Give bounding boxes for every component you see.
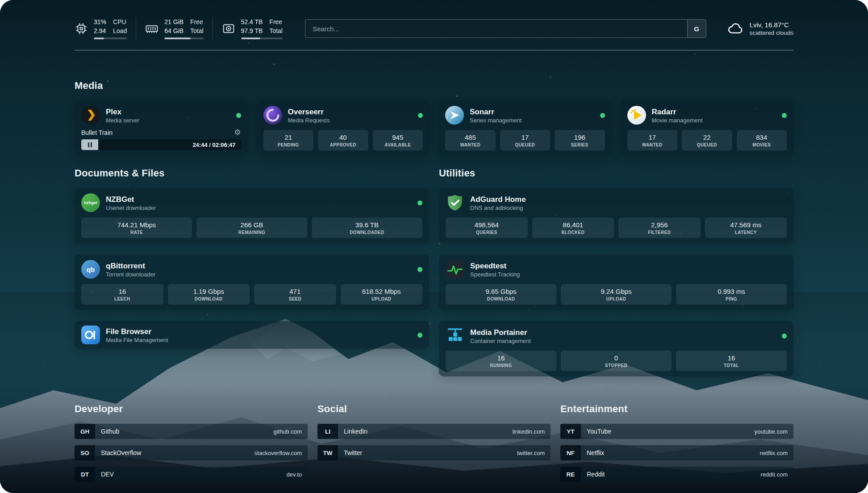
section-title-entertainment: Entertainment <box>560 403 793 415</box>
sonarr-logo-icon <box>445 106 464 125</box>
gear-icon[interactable]: ⚙ <box>234 129 241 136</box>
disk-total: 97.9 TB <box>241 27 263 36</box>
app-description: Usenet downloader <box>106 205 156 211</box>
status-dot <box>782 334 787 338</box>
status-dot <box>600 113 605 118</box>
cpu-widget: 31% 2.94 CPU Load <box>75 18 136 39</box>
stat-ping: 0.993 ms PING <box>676 284 787 305</box>
plex-logo-icon <box>81 106 100 125</box>
app-description: Media Requests <box>288 117 330 124</box>
developer-column: Developer GH Github github.com SO StackO… <box>75 403 308 488</box>
stackoverflow-badge: SO <box>75 445 95 460</box>
adguard-card[interactable]: AdGuard Home DNS and adblocking 498,564 … <box>439 188 793 243</box>
weather-condition: scattered clouds <box>750 29 793 36</box>
documents-column: Documents & Files nzbget NZBGet Usenet d… <box>75 167 429 376</box>
stat-series: 196 SERIES <box>555 130 605 150</box>
stat-remaining: 266 GB REMAINING <box>196 217 307 238</box>
app-name: Radarr <box>652 107 703 117</box>
overseerr-card[interactable]: Overseerr Media Requests 21 PENDING 40 A… <box>257 100 430 156</box>
radarr-card[interactable]: Radarr Movie management 17 WANTED 22 QUE… <box>621 100 794 156</box>
github-badge: GH <box>75 424 95 439</box>
status-dot <box>782 113 787 118</box>
search-engine-button[interactable]: G <box>687 20 706 38</box>
overseerr-logo-icon <box>263 106 282 125</box>
stat-downloaded: 39.6 TB DOWNLOADED <box>312 217 422 238</box>
now-playing-title: Bullet Train <box>81 129 113 136</box>
app-name: File Browser <box>106 327 168 336</box>
filebrowser-card[interactable]: File Browser Media File Management <box>75 321 429 349</box>
disk-label-bottom: Total <box>269 27 283 36</box>
stat-download: 1.19 Gbps DOWNLOAD <box>168 284 250 305</box>
stat-pending: 21 PENDING <box>263 130 314 150</box>
social-column: Social LI LinkedIn linkedin.com TW Twitt… <box>317 403 551 488</box>
bookmark-linkedin[interactable]: LI LinkedIn linkedin.com <box>317 424 551 439</box>
stat-approved: 40 APPROVED <box>318 130 368 150</box>
stat-download: 9.65 Gbps DOWNLOAD <box>446 284 556 305</box>
reddit-badge: RE <box>560 467 581 482</box>
dashboard-window: 31% 2.94 CPU Load <box>0 0 868 493</box>
app-description: Container management <box>470 338 531 344</box>
stat-available: 945 AVAILABLE <box>373 130 423 150</box>
qbittorrent-logo-icon: qb <box>81 260 100 279</box>
ram-values: 21 GiB 64 GiB <box>164 18 184 35</box>
stat-blocked: 86,401 BLOCKED <box>532 217 614 238</box>
netflix-badge: NF <box>560 445 581 460</box>
stat-stopped: 0 STOPPED <box>561 351 672 371</box>
status-dot <box>417 333 422 338</box>
ram-total: 64 GiB <box>164 27 184 36</box>
section-title-utilities: Utilities <box>439 167 793 179</box>
pause-icon[interactable] <box>81 139 98 150</box>
stat-queued: 22 QUEUED <box>682 130 732 150</box>
search-bar[interactable]: G <box>305 19 706 38</box>
speedtest-card[interactable]: Speedtest Speedtest Tracking 9.65 Gbps D… <box>439 255 793 310</box>
bookmark-dev[interactable]: DT DEV dev.to <box>75 467 308 482</box>
app-name: Media Portainer <box>470 328 531 337</box>
portainer-card[interactable]: Media Portainer Container management 16 … <box>439 321 793 376</box>
ram-labels: Free Total <box>190 18 204 35</box>
bookmark-twitter[interactable]: TW Twitter twitter.com <box>317 445 551 460</box>
weather-location-temp: Lviv, 16.87°C <box>750 21 793 29</box>
app-description: Media File Management <box>106 337 168 343</box>
app-name: NZBGet <box>106 195 156 204</box>
cpu-labels: CPU Load <box>113 18 127 35</box>
header-divider <box>75 50 793 50</box>
disk-labels: Free Total <box>269 18 283 35</box>
ram-widget: 21 GiB 64 GiB Free Total <box>145 18 213 39</box>
stat-seed: 471 SEED <box>254 284 336 305</box>
linkedin-badge: LI <box>317 424 338 439</box>
playback-progress-bar[interactable]: 24:44 / 02:06:47 <box>81 139 241 150</box>
cpu-load-average: 2.94 <box>94 27 106 36</box>
bookmark-netflix[interactable]: NF Netflix netflix.com <box>560 445 793 460</box>
bookmark-youtube[interactable]: YT YouTube youtube.com <box>560 424 793 439</box>
stat-upload: 9.24 Gbps UPLOAD <box>561 284 672 305</box>
bookmark-reddit[interactable]: RE Reddit reddit.com <box>560 467 793 482</box>
speedtest-logo-icon <box>446 260 464 279</box>
entertainment-column: Entertainment YT YouTube youtube.com NF … <box>560 403 793 488</box>
section-title-documents: Documents & Files <box>75 167 429 179</box>
nzbget-card[interactable]: nzbget NZBGet Usenet downloader 744.21 M… <box>75 188 429 243</box>
dev-badge: DT <box>75 467 95 482</box>
disk-usage-fill <box>241 38 260 39</box>
bookmark-stackoverflow[interactable]: SO StackOverflow stackoverflow.com <box>75 445 308 460</box>
stat-total: 16 TOTAL <box>676 351 787 371</box>
stat-latency: 47.569 ms LATENCY <box>705 217 787 238</box>
disk-values: 52.4 TB 97.9 TB <box>241 18 263 35</box>
app-description: Media server <box>106 117 139 124</box>
cpu-icon <box>75 22 88 35</box>
cpu-percent: 31% <box>94 18 106 27</box>
ram-label-bottom: Total <box>190 27 204 36</box>
qbittorrent-card[interactable]: qb qBittorrent Torrent downloader 16 LEE… <box>75 255 429 310</box>
filebrowser-logo-icon <box>81 326 100 344</box>
cpu-label-top: CPU <box>113 18 127 27</box>
sonarr-card[interactable]: Sonarr Series management 485 WANTED 17 Q… <box>438 100 612 156</box>
disk-usage-bar <box>241 38 283 39</box>
ram-icon <box>145 22 159 35</box>
status-dot <box>236 113 241 118</box>
app-name: Overseerr <box>288 107 330 117</box>
section-title-media: Media <box>75 80 793 92</box>
cloud-icon <box>727 20 744 37</box>
bookmark-github[interactable]: GH Github github.com <box>75 424 308 439</box>
plex-card[interactable]: Plex Media server Bullet Train ⚙ 24:44 /… <box>75 100 248 156</box>
stat-wanted: 485 WANTED <box>445 130 496 150</box>
search-input[interactable] <box>305 20 687 38</box>
